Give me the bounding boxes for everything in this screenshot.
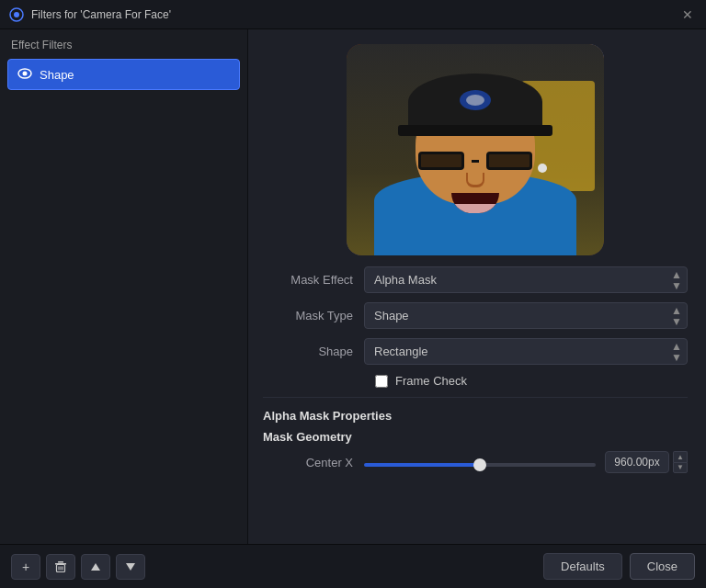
close-window-button[interactable]: ✕	[678, 6, 697, 24]
add-filter-button[interactable]: +	[11, 554, 40, 580]
eye-icon	[17, 67, 32, 82]
svg-rect-5	[58, 561, 63, 563]
trash-icon	[54, 560, 67, 573]
center-x-slider-wrapper	[364, 456, 596, 469]
svg-point-1	[14, 12, 19, 17]
center-x-row: Center X 960.00px ▲ ▼	[263, 451, 688, 473]
preview-area	[248, 29, 702, 266]
center-x-up-button[interactable]: ▲	[673, 451, 688, 462]
center-x-label: Center X	[263, 456, 364, 469]
center-x-value: 960.00px	[605, 451, 669, 473]
svg-point-3	[23, 72, 28, 76]
preview-image	[347, 44, 604, 255]
shape-label: Shape	[263, 345, 364, 358]
right-panel: Mask Effect Alpha Mask ▲▼ Mask Type	[248, 29, 706, 544]
mask-effect-row: Mask Effect Alpha Mask ▲▼	[263, 266, 688, 293]
shape-select-wrapper: Rectangle ▲▼	[364, 338, 688, 365]
settings-panel: Mask Effect Alpha Mask ▲▼ Mask Type	[248, 266, 702, 497]
move-up-button[interactable]	[81, 554, 110, 580]
filter-item-shape[interactable]: Shape	[7, 59, 240, 90]
mask-effect-label: Mask Effect	[263, 273, 364, 287]
window-title: Filters for 'Camera For Face'	[31, 8, 171, 21]
divider-1	[263, 397, 688, 398]
mask-type-label: Mask Type	[263, 309, 364, 322]
mask-type-select[interactable]: Shape	[364, 302, 688, 329]
mask-type-row: Mask Type Shape ▲▼	[263, 302, 688, 329]
bottom-left-controls: +	[11, 554, 145, 580]
bottom-bar: + Defaults Close	[0, 544, 706, 588]
center-x-arrows: ▲ ▼	[673, 451, 688, 473]
down-arrow-icon	[125, 562, 136, 571]
app-icon	[9, 7, 24, 22]
sidebar-section-title: Effect Filters	[7, 39, 240, 51]
frame-check-checkbox[interactable]	[375, 375, 388, 388]
face-preview	[347, 44, 604, 255]
main-layout: Effect Filters Shape	[0, 29, 706, 544]
defaults-button[interactable]: Defaults	[543, 553, 622, 580]
center-x-down-button[interactable]: ▼	[673, 462, 688, 473]
remove-filter-button[interactable]	[46, 554, 75, 580]
shape-select[interactable]: Rectangle	[364, 338, 688, 365]
svg-marker-11	[126, 563, 135, 571]
mask-effect-select-wrapper: Alpha Mask ▲▼	[364, 266, 688, 293]
move-down-button[interactable]	[116, 554, 145, 580]
svg-marker-10	[91, 563, 100, 571]
center-x-value-wrapper: 960.00px ▲ ▼	[605, 451, 688, 473]
title-bar-left: Filters for 'Camera For Face'	[9, 7, 171, 22]
up-arrow-icon	[90, 562, 101, 571]
sidebar: Effect Filters Shape	[0, 29, 248, 544]
shape-row: Shape Rectangle ▲▼	[263, 338, 688, 365]
filter-item-label: Shape	[40, 68, 74, 82]
frame-check-row: Frame Check	[263, 374, 688, 388]
right-scroll-area[interactable]: Mask Effect Alpha Mask ▲▼ Mask Type	[248, 29, 706, 544]
title-bar: Filters for 'Camera For Face' ✕	[0, 0, 706, 29]
bottom-right-controls: Defaults Close	[543, 553, 695, 580]
right-panel-inner: Mask Effect Alpha Mask ▲▼ Mask Type	[248, 29, 706, 544]
mask-type-select-wrapper: Shape ▲▼	[364, 302, 688, 329]
center-x-slider[interactable]	[364, 463, 596, 467]
close-button[interactable]: Close	[630, 553, 695, 580]
alpha-mask-properties-title: Alpha Mask Properties	[263, 409, 688, 423]
mask-effect-select[interactable]: Alpha Mask	[364, 266, 688, 293]
frame-check-label: Frame Check	[395, 374, 467, 388]
mask-geometry-title: Mask Geometry	[263, 430, 688, 444]
